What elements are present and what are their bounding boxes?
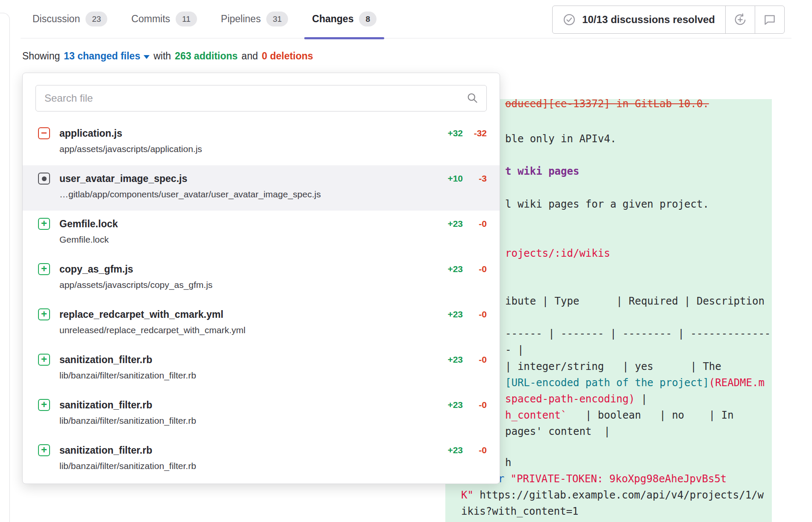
diff-deleted-text: oduced][ce-13372] in GitLab 10.0.: [505, 99, 709, 110]
file-change-counts: +23 -0: [435, 217, 487, 230]
file-change-counts: +23 -0: [435, 353, 487, 366]
resolve-in-new-issue-button[interactable]: [725, 6, 755, 34]
added-lines-count: +23: [435, 353, 463, 366]
additions-count: 263 additions: [175, 50, 238, 62]
file-list-item[interactable]: + copy_as_gfm.js app/assets/javascripts/…: [23, 256, 500, 301]
file-info: replace_redcarpet_with_cmark.yml unrelea…: [59, 308, 427, 336]
file-info: copy_as_gfm.js app/assets/javascripts/co…: [59, 263, 427, 291]
file-change-counts: +10 -3: [435, 172, 487, 185]
file-added-icon: +: [38, 218, 50, 230]
removed-lines-count: -32: [463, 127, 487, 140]
comment-bubble-icon: [763, 13, 776, 26]
diff-heading-text: t wiki pages: [505, 165, 579, 177]
diff-line: rojects/:id/wikis: [505, 245, 610, 261]
file-change-counts: +23 -0: [435, 444, 487, 457]
tab-pipelines[interactable]: Pipelines 31: [209, 0, 300, 38]
tab-count-badge: 23: [85, 12, 107, 26]
diff-code-text: spaced-path-encoding): [505, 393, 635, 405]
file-info: sanitization_filter.rb lib/banzai/filter…: [59, 399, 427, 427]
file-change-counts: +23 -0: [435, 399, 487, 411]
file-added-icon: +: [38, 444, 50, 456]
diff-line: | integer/string | yes | The: [505, 358, 721, 375]
file-path: lib/banzai/filter/sanitization_filter.rb: [59, 370, 427, 381]
diff-line: ibute | Type | Required | Description: [505, 293, 765, 309]
file-change-counts: +32 -32: [435, 127, 487, 140]
diff-text: |: [635, 393, 647, 405]
file-name: Gemfile.lock: [59, 217, 427, 230]
file-change-counts: +23 -0: [435, 308, 487, 321]
tab-label: Changes: [312, 13, 353, 25]
file-list-item-selected[interactable]: user_avatar_image_spec.js …gitlab/app/co…: [23, 165, 500, 211]
file-list-item[interactable]: + Gemfile.lock Gemfile.lock +23 -0: [23, 211, 500, 256]
search-file-input[interactable]: [35, 85, 487, 111]
file-name: user_avatar_image_spec.js: [59, 172, 427, 185]
added-lines-count: +32: [435, 127, 463, 140]
diff-code-text: rojects/:id/wikis: [505, 247, 610, 259]
added-lines-count: +23: [435, 399, 463, 411]
diff-text: l wiki pages for a given project.: [505, 198, 709, 210]
diff-line: ikis?with_content=1: [461, 503, 579, 519]
tab-label: Discussion: [32, 13, 80, 25]
diff-text: | integer/string | yes | The: [505, 361, 721, 372]
tab-changes[interactable]: Changes 8: [300, 0, 388, 38]
page-edge-decoration: [0, 13, 10, 522]
file-list-item[interactable]: + replace_redcarpet_with_cmark.yml unrel…: [23, 301, 500, 346]
file-name: copy_as_gfm.js: [59, 263, 427, 276]
diff-string-text: K": [461, 489, 474, 501]
file-info: sanitization_filter.rb lib/banzai/filter…: [59, 353, 427, 381]
file-list-item[interactable]: + sanitization_filter.rb lib/banzai/filt…: [23, 437, 500, 482]
file-list-item[interactable]: + sanitization_filter.rb lib/banzai/filt…: [23, 392, 500, 437]
diff-string-text: "PRIVATE-TOKEN: 9koXpg98eAheJpvBs5t: [511, 473, 727, 485]
diff-text: ibute | Type | Required | Description: [505, 295, 765, 307]
tab-count-badge: 11: [176, 12, 197, 26]
file-added-icon: +: [38, 399, 50, 411]
file-path: Gemfile.lock: [59, 234, 427, 246]
file-removed-icon: −: [38, 127, 50, 139]
check-circle-icon: [563, 13, 576, 26]
file-modified-icon: [38, 173, 50, 185]
file-name: sanitization_filter.rb: [59, 444, 427, 457]
tab-count-badge: 8: [359, 12, 377, 26]
changed-files-dropdown-toggle[interactable]: 13 changed files: [64, 50, 150, 62]
file-name: replace_redcarpet_with_cmark.yml: [59, 308, 427, 321]
tab-discussion[interactable]: Discussion 23: [21, 0, 119, 38]
file-path: lib/banzai/filter/sanitization_filter.rb: [59, 460, 427, 472]
diff-line: oduced][ce-13372] in GitLab 10.0.: [505, 99, 709, 112]
diff-code-text: h_content`: [505, 409, 567, 421]
file-change-counts: +23 -0: [435, 263, 487, 276]
diff-line: l wiki pages for a given project.: [505, 196, 709, 212]
diff-line: -header "PRIVATE-TOKEN: 9koXpg98eAheJpvB…: [461, 471, 727, 487]
added-lines-count: +23: [435, 263, 463, 276]
diff-line: ble only in APIv4.: [505, 131, 616, 147]
diff-line: spaced-path-encoding) |: [505, 391, 647, 407]
file-path: lib/banzai/filter/sanitization_filter.rb: [59, 415, 427, 427]
file-name: sanitization_filter.rb: [59, 353, 427, 366]
header-actions: 10/13 discussions resolved: [552, 6, 785, 34]
changed-files-link-label: 13 changed files: [64, 50, 140, 62]
diff-text: ikis?with_content=1: [461, 505, 579, 517]
diff-line: ------ | ------- | -------- | ----------…: [505, 326, 772, 342]
discussions-resolved-status: 10/13 discussions resolved: [552, 6, 726, 34]
file-list-item[interactable]: + sanitization_filter.rb lib/banzai/filt…: [23, 346, 500, 392]
removed-lines-count: -0: [463, 444, 487, 457]
diff-text: ble only in APIv4.: [505, 133, 616, 145]
file-added-icon: +: [38, 354, 50, 366]
diff-line: t wiki pages: [505, 163, 579, 179]
file-added-icon: +: [38, 263, 50, 275]
search-field-wrap: [35, 85, 487, 111]
summary-prefix: Showing: [22, 50, 60, 62]
search-icon: [466, 92, 478, 104]
diff-line: pages' content |: [505, 423, 610, 440]
file-info: Gemfile.lock Gemfile.lock: [59, 217, 427, 246]
tab-commits[interactable]: Commits 11: [119, 0, 209, 38]
file-list-item[interactable]: − application.js app/assets/javascripts/…: [23, 120, 500, 165]
tab-label: Commits: [131, 13, 170, 25]
file-info: sanitization_filter.rb lib/banzai/filter…: [59, 444, 427, 472]
new-comment-button[interactable]: [755, 6, 785, 34]
file-added-icon: +: [38, 308, 50, 320]
file-path: unreleased/replace_redcarpet_with_cmark.…: [59, 324, 427, 336]
file-name: application.js: [59, 127, 427, 140]
diff-line: [URL-encoded path of the project](README…: [505, 375, 765, 391]
file-info: application.js app/assets/javascripts/ap…: [59, 127, 427, 155]
diff-text: - |: [505, 344, 524, 356]
